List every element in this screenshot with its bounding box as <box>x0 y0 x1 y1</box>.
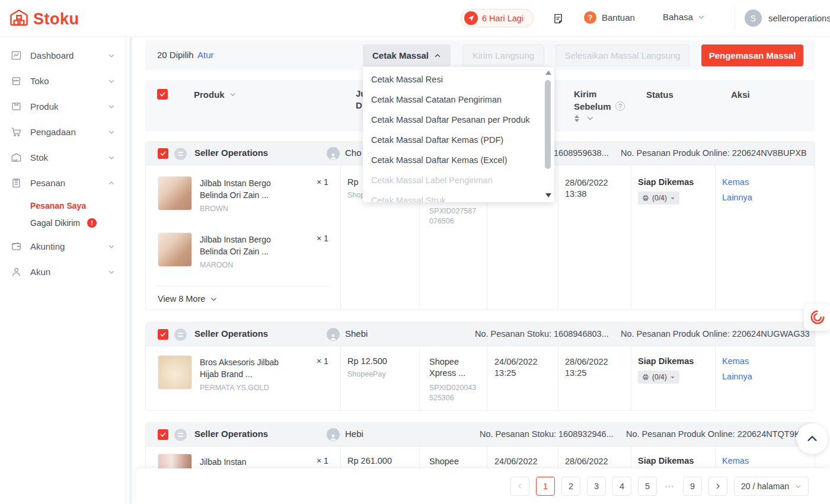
product-image[interactable] <box>158 176 192 210</box>
clipboard-icon <box>11 177 22 189</box>
menu-item-cetak-daftar-pesanan[interactable]: Cetak Massal Daftar Pesanan per Produk <box>363 110 554 130</box>
chat-icon[interactable] <box>174 148 187 160</box>
order-status: Siap Dikemas <box>638 356 694 366</box>
scroll-down-arrow-icon[interactable] <box>545 193 551 197</box>
chat-icon[interactable] <box>174 429 187 441</box>
product-title[interactable]: Jilbab Instan Bergo Belinda Ori Zain ... <box>200 177 298 201</box>
language-menu[interactable]: Bahasa <box>663 12 705 22</box>
sidebar-item-toko[interactable]: Toko <box>0 68 126 94</box>
product-title[interactable]: Jilbab Instan Bergo Belinda Ori Zain ... <box>200 234 298 257</box>
product-variant: BROWN <box>200 205 228 213</box>
select-all-checkbox[interactable] <box>157 89 168 100</box>
sidebar-item-produk[interactable]: Produk <box>0 94 126 119</box>
product-image[interactable] <box>158 355 192 390</box>
kemas-link[interactable]: Kemas <box>722 177 749 187</box>
chevron-down-icon <box>210 295 218 303</box>
order-number-online: No. Pesanan Produk Online: 220624NTQT9K0 <box>626 429 805 439</box>
scroll-up-arrow-icon[interactable] <box>545 71 551 75</box>
app-window: Stoku 6 Hari Lagi ? Bantuan Bahasa S sel… <box>0 0 830 504</box>
view-more-link[interactable]: View 8 More <box>158 294 218 304</box>
order-checkbox[interactable] <box>158 148 168 159</box>
lainnya-link[interactable]: Lainnya <box>722 372 752 381</box>
sidebar-item-akunting[interactable]: Akunting <box>0 234 126 259</box>
kemas-link[interactable]: Kemas <box>722 456 749 465</box>
row-divider <box>158 286 330 286</box>
menu-item-cetak-catatan[interactable]: Cetak Massal Catatan Pengiriman <box>363 90 554 110</box>
page-size-select[interactable]: 20 / halaman <box>734 477 809 496</box>
buyer-name: Cho <box>345 148 362 158</box>
cetak-massal-label: Cetak Massal <box>372 50 429 60</box>
menu-item-cetak-kemas-excel[interactable]: Cetak Massal Daftar Kemas (Excel) <box>363 150 554 170</box>
lainnya-link[interactable]: Lainnya <box>722 193 752 202</box>
pagination-prev-button[interactable] <box>510 477 529 496</box>
chevron-down-icon[interactable] <box>586 114 594 122</box>
sidebar-item-pesanan-saya[interactable]: Pesanan Saya <box>0 197 126 214</box>
print-count-dropdown[interactable]: (0/4) <box>638 192 679 205</box>
print-count: (0/4) <box>652 373 667 381</box>
cetak-massal-button[interactable]: Cetak Massal <box>363 44 451 66</box>
sidebar: Dashboard Toko Produk Pengadaan Stok Pes… <box>0 37 126 504</box>
print-count-dropdown[interactable]: (0/4) <box>638 371 679 384</box>
pagination-page-4[interactable]: 4 <box>612 477 631 496</box>
sidebar-item-pesanan[interactable]: Pesanan <box>0 170 126 196</box>
page-size-value: 20 / halaman <box>741 481 789 491</box>
produk-header-label: Produk <box>194 90 225 100</box>
sort-icon[interactable] <box>574 115 579 122</box>
support-chat-button[interactable] <box>804 304 830 331</box>
content-scrollbar[interactable] <box>129 37 132 504</box>
rocket-icon <box>464 11 478 25</box>
order-card: Seller Operations Shebi No. Pesanan Stok… <box>145 322 815 411</box>
pengemasan-massal-button[interactable]: Pengemasan Massal <box>701 44 803 66</box>
pagination-page-9[interactable]: 9 <box>683 477 702 496</box>
menu-item-cetak-kemas-pdf[interactable]: Cetak Massal Daftar Kemas (PDF) <box>363 130 554 150</box>
help-menu[interactable]: ? Bantuan <box>584 11 635 24</box>
kirim-langsung-button[interactable]: Kirim Langsung <box>462 44 544 66</box>
user-menu[interactable]: S selleroperations <box>745 9 830 27</box>
pagination-ellipsis[interactable]: ••• <box>663 477 676 496</box>
order-checkbox[interactable] <box>158 329 168 340</box>
help-circle-icon[interactable]: ? <box>615 101 625 111</box>
pagination-page-2[interactable]: 2 <box>561 477 580 496</box>
chat-icon[interactable] <box>174 328 187 341</box>
product-qty: × 1 <box>317 177 328 187</box>
sidebar-item-dashboard[interactable]: Dashboard <box>0 43 126 68</box>
selesaikan-massal-button[interactable]: Selesaikan Massal Langsung <box>556 44 689 66</box>
column-header-kirim-sebelum[interactable]: Kirim Sebelum <box>574 88 615 113</box>
column-header-produk[interactable]: Produk <box>194 90 236 100</box>
submenu-label: Gagal Dikirim <box>30 218 80 228</box>
kirim-sebelum-sort-controls[interactable] <box>574 114 594 122</box>
sidebar-item-pengadaan[interactable]: Pengadaan <box>0 119 126 145</box>
buyer-name: Shebi <box>345 328 368 339</box>
sidebar-item-gagal-dikirim[interactable]: Gagal Dikirim ! <box>0 214 126 231</box>
menu-item-cetak-struk[interactable]: Cetak Massal Struk <box>363 190 554 202</box>
menu-item-cetak-label-pengiriman[interactable]: Cetak Massal Label Pengiriman <box>363 170 554 190</box>
pagination-bar: 1 2 3 4 5 ••• 9 20 / halaman <box>136 468 830 504</box>
menu-scrollbar[interactable] <box>544 67 552 202</box>
atur-link[interactable]: Atur <box>197 50 214 60</box>
tracking-number: SPXID027587 <box>429 206 476 216</box>
kemas-link[interactable]: Kemas <box>722 356 749 366</box>
product-title[interactable]: Bros Aksesoris Jilbab Hijab Brand ... <box>200 356 298 380</box>
product-title[interactable]: Jilbab Instan <box>200 456 298 468</box>
scroll-to-top-button[interactable] <box>797 423 828 454</box>
submenu-label: Pesanan Saya <box>30 201 86 210</box>
buyer-avatar-icon <box>327 147 340 160</box>
buyer-name: Hebi <box>345 429 363 439</box>
memo-icon[interactable] <box>551 11 565 25</box>
ship-before-date: 28/06/2022 <box>565 456 608 467</box>
brand-logo[interactable]: Stoku <box>8 7 79 31</box>
order-checkbox[interactable] <box>158 429 168 440</box>
sidebar-item-stok[interactable]: Stok <box>0 145 126 170</box>
scrollbar-thumb[interactable] <box>545 80 551 169</box>
tracking-number: 076506 <box>429 216 454 227</box>
pagination-next-button[interactable] <box>708 477 727 496</box>
menu-item-cetak-resi[interactable]: Cetak Massal Resi <box>363 69 554 90</box>
sidebar-item-akun[interactable]: Akun <box>0 259 126 285</box>
warehouse-logo-icon <box>8 7 30 31</box>
pagination-page-5[interactable]: 5 <box>638 477 657 496</box>
product-image[interactable] <box>158 232 192 267</box>
trial-days-badge[interactable]: 6 Hari Lagi <box>461 9 534 27</box>
printer-icon <box>642 194 649 202</box>
pagination-page-3[interactable]: 3 <box>587 477 606 496</box>
pagination-page-1[interactable]: 1 <box>536 477 555 496</box>
